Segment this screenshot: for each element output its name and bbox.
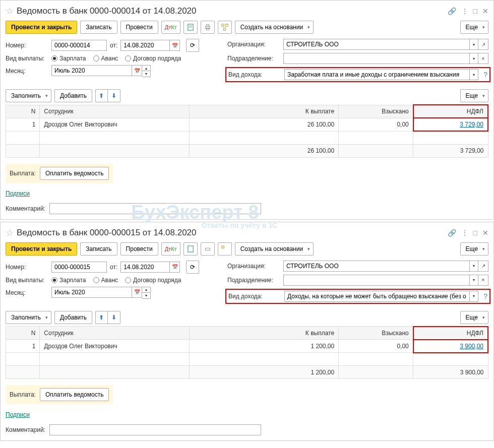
dtKt-icon[interactable]: ДтКт — [161, 21, 180, 34]
add-button[interactable]: Добавить — [54, 89, 92, 102]
dept-label: Подразделение: — [227, 277, 280, 284]
dept-clear-icon[interactable]: × — [478, 275, 488, 286]
refresh-icon[interactable]: ⟳ — [186, 39, 199, 52]
table-empty-row — [6, 131, 488, 144]
org-open-icon[interactable]: ↗ — [478, 261, 488, 272]
signatures-link[interactable]: Подписи — [6, 190, 30, 197]
col-n: N — [6, 105, 40, 118]
close-icon[interactable]: ✕ — [482, 7, 488, 15]
org-label: Организация: — [227, 41, 280, 48]
pay-button[interactable]: Оплатить ведомость — [40, 167, 109, 180]
menu-icon[interactable]: ⋮ — [461, 7, 468, 15]
radio-salary[interactable]: Зарплата — [51, 277, 86, 284]
radio-salary[interactable]: Зарплата — [51, 55, 86, 62]
arrow-up-icon: ⬆ — [96, 311, 108, 324]
svg-rect-8 — [223, 28, 225, 30]
link-icon[interactable]: 🔗 — [448, 7, 456, 15]
ndfl-link[interactable]: 3 900,00 — [460, 343, 483, 350]
more-button[interactable]: Еще — [460, 242, 488, 255]
maximize-icon[interactable]: □ — [473, 7, 477, 15]
more-button[interactable]: Еще — [460, 21, 488, 34]
save-button[interactable]: Записать — [80, 21, 117, 34]
radio-contract[interactable]: Договор подряда — [125, 55, 181, 62]
date-input[interactable] — [120, 262, 170, 273]
org-dropdown-icon[interactable]: ▾ — [469, 261, 478, 272]
save-button[interactable]: Записать — [80, 242, 117, 255]
org-input[interactable] — [283, 261, 469, 272]
month-stepper[interactable]: ▲▼ — [142, 65, 151, 77]
refresh-icon[interactable]: ⟳ — [186, 261, 199, 274]
table-more-button[interactable]: Еще — [460, 311, 488, 324]
svg-rect-10 — [205, 248, 210, 250]
arrow-down-icon: ⬇ — [108, 311, 120, 324]
comment-input[interactable] — [49, 424, 261, 435]
ndfl-link[interactable]: 3 729,00 — [460, 121, 483, 128]
dtKt-icon[interactable]: ДтКт — [161, 242, 180, 255]
payment-section: Выплата: Оплатить ведомость — [6, 164, 113, 183]
post-button[interactable]: Провести — [120, 21, 158, 34]
month-calendar-icon[interactable]: 📅 — [132, 65, 142, 76]
payment-label: Выплата: — [10, 391, 36, 398]
help-icon[interactable]: ? — [483, 292, 487, 300]
table-more-button[interactable]: Еще — [460, 89, 488, 102]
col-vz: Взыскано — [339, 105, 413, 118]
month-calendar-icon[interactable]: 📅 — [132, 287, 142, 298]
svg-rect-9 — [188, 245, 193, 251]
number-input[interactable] — [51, 262, 107, 273]
table-row[interactable]: 1 Дроздов Олег Викторович 26 100,00 0,00… — [6, 118, 488, 131]
income-dropdown-icon[interactable]: ▾ — [469, 69, 478, 80]
employees-table: N Сотрудник К выплате Взыскано НДФЛ 1 Др… — [6, 104, 488, 158]
calendar-icon[interactable]: 📅 — [170, 40, 180, 51]
radio-advance[interactable]: Аванс — [93, 277, 118, 284]
move-buttons[interactable]: ⬆⬇ — [95, 89, 120, 102]
post-close-button[interactable]: Провести и закрыть — [6, 242, 77, 255]
col-emp: Сотрудник — [40, 327, 189, 340]
calendar-icon[interactable]: 📅 — [170, 262, 180, 273]
menu-icon[interactable]: ⋮ — [461, 229, 468, 237]
radio-advance[interactable]: Аванс — [93, 55, 118, 62]
table-row[interactable]: 1 Дроздов Олег Викторович 1 200,00 0,00 … — [6, 340, 488, 353]
create-based-button[interactable]: Создать на основании — [235, 242, 314, 255]
structure-icon[interactable] — [218, 21, 232, 34]
post-button[interactable]: Провести — [120, 242, 158, 255]
signatures-link[interactable]: Подписи — [6, 411, 30, 418]
month-input[interactable] — [51, 65, 132, 76]
month-stepper[interactable]: ▲▼ — [142, 287, 151, 299]
post-close-button[interactable]: Провести и закрыть — [6, 21, 77, 34]
create-based-button[interactable]: Создать на основании — [235, 21, 314, 34]
favorite-icon[interactable]: ☆ — [6, 227, 14, 238]
help-icon[interactable]: ? — [483, 71, 487, 79]
org-dropdown-icon[interactable]: ▾ — [469, 39, 478, 50]
structure-icon[interactable] — [218, 242, 232, 255]
document-panel-0: ☆ Ведомость в банк 0000-000014 от 14.08.… — [0, 0, 494, 220]
radio-contract[interactable]: Договор подряда — [125, 277, 181, 284]
comment-input[interactable] — [49, 203, 261, 214]
fill-button[interactable]: Заполнить — [6, 89, 51, 102]
dept-dropdown-icon[interactable]: ▾ — [469, 53, 478, 64]
print-icon[interactable] — [201, 21, 215, 34]
income-input[interactable] — [284, 69, 469, 80]
dept-input[interactable] — [283, 275, 469, 286]
dept-input[interactable] — [283, 53, 469, 64]
org-input[interactable] — [283, 39, 469, 50]
move-buttons[interactable]: ⬆⬇ — [95, 311, 120, 324]
arrow-down-icon: ⬇ — [108, 90, 120, 102]
link-icon[interactable]: 🔗 — [448, 229, 456, 237]
dept-clear-icon[interactable]: × — [478, 53, 488, 64]
favorite-icon[interactable]: ☆ — [6, 6, 14, 17]
print-icon[interactable] — [201, 242, 215, 255]
close-icon[interactable]: ✕ — [482, 229, 488, 237]
report-icon[interactable] — [183, 242, 198, 255]
dept-dropdown-icon[interactable]: ▾ — [469, 275, 478, 286]
income-dropdown-icon[interactable]: ▾ — [469, 291, 478, 302]
report-icon[interactable] — [183, 21, 198, 34]
number-input[interactable] — [51, 40, 107, 51]
org-open-icon[interactable]: ↗ — [478, 39, 488, 50]
maximize-icon[interactable]: □ — [473, 229, 477, 237]
income-input[interactable] — [284, 291, 469, 302]
month-input[interactable] — [51, 287, 132, 298]
pay-button[interactable]: Оплатить ведомость — [40, 388, 109, 401]
date-input[interactable] — [120, 40, 170, 51]
add-button[interactable]: Добавить — [54, 311, 92, 324]
fill-button[interactable]: Заполнить — [6, 311, 51, 324]
